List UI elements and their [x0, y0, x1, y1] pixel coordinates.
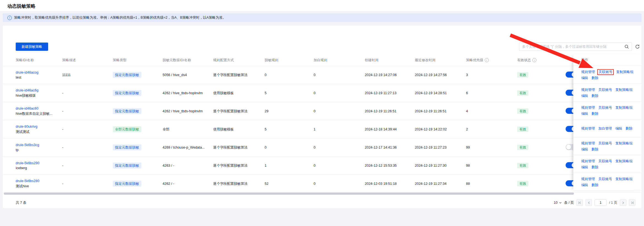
column-header-label: 策略ID/名称: [16, 58, 34, 63]
policy-id-link[interactable]: drule-5k6bs290: [16, 161, 39, 165]
op-rule-manage-link[interactable]: 规则管理: [581, 88, 595, 92]
mask-rule-count: 1: [265, 164, 311, 168]
op-delete-link[interactable]: 删除: [591, 94, 598, 98]
toggle-knob: [566, 144, 571, 149]
create-policy-button[interactable]: 新建脱敏策略: [16, 43, 48, 51]
op-edit-link[interactable]: 编辑: [581, 147, 588, 151]
policy-id-cell: drule-80ukrivg测试测试: [16, 124, 60, 134]
ops-cell: 规则管理关联账号复制策略组编辑删除: [573, 84, 641, 102]
op-link-account-link[interactable]: 关联账号: [597, 69, 614, 75]
op-edit-link[interactable]: 编辑: [581, 165, 588, 169]
op-rule-manage-link[interactable]: 规则管理: [581, 159, 595, 163]
op-copy-policy-group-link[interactable]: 复制策略组: [616, 70, 634, 74]
info-icon: i: [7, 16, 12, 20]
op-delete-link[interactable]: 删除: [591, 147, 598, 151]
policy-id-cell: drule-id46ac6ghive脱敏模版: [16, 88, 60, 98]
page-size-select[interactable]: 10: [554, 201, 562, 205]
policy-id-link[interactable]: drule-id46ac6g: [16, 88, 39, 92]
op-copy-policy-group-link[interactable]: 复制策略组: [615, 88, 633, 92]
next-page-icon: [622, 201, 624, 204]
status-badge: 有效: [517, 90, 528, 96]
rule-config-mode: 逐个字段配置脱敏算法: [213, 163, 263, 168]
current-page-input[interactable]: [594, 199, 607, 206]
op-link-account-link[interactable]: 关联账号: [598, 177, 612, 181]
op-edit-link[interactable]: 编辑: [581, 183, 588, 187]
op-copy-policy-group-link[interactable]: 复制策略组: [615, 141, 633, 145]
column-header: 策略描述: [62, 58, 109, 63]
status-badge: 有效: [517, 72, 528, 78]
column-header-label: 加白规则: [314, 58, 327, 63]
horizontal-scrollbar[interactable]: [4, 192, 574, 195]
op-delete-link[interactable]: 删除: [591, 183, 598, 187]
column-header: 加白规则: [314, 58, 362, 63]
op-link-account-link[interactable]: 关联账号: [598, 159, 612, 163]
policy-id-cell: drule-5k6bs290iceberg: [16, 161, 60, 170]
op-edit-link[interactable]: 编辑: [581, 94, 588, 98]
column-header-label: 策略优先级: [466, 58, 483, 63]
next-page-button[interactable]: [620, 199, 626, 206]
ops-body: 规则管理关联账号复制策略组编辑删除规则管理关联账号复制策略组编辑删除规则管理关联…: [573, 66, 641, 191]
policy-name: hive脱敏模版: [16, 93, 60, 98]
op-copy-policy-group-link[interactable]: 复制策略组: [615, 159, 633, 163]
first-page-button[interactable]: [576, 199, 583, 206]
policy-id-link[interactable]: drule-5k6bs3cg: [16, 143, 39, 147]
op-delete-link[interactable]: 删除: [591, 112, 598, 116]
status-cell: 有效: [517, 163, 563, 168]
created-time: 2024-12-12 15:53:35: [365, 164, 413, 168]
policy-type-badge: 指定元数据脱敏: [113, 162, 141, 169]
rule-config-mode: 使用脱敏模板: [213, 91, 263, 95]
op-copy-policy-group-link[interactable]: 复制策略组: [615, 106, 633, 110]
column-header-label: 有效状态: [517, 58, 531, 63]
table-header-row: 策略ID/名称策略描述策略类型脱敏元数据ID/名称规则配置方式脱敏规则加白规则创…: [3, 54, 641, 66]
last-page-button[interactable]: [629, 199, 635, 206]
mask-rule-count: 0: [265, 73, 311, 77]
op-delete-link[interactable]: 删除: [626, 127, 632, 130]
refresh-button[interactable]: [634, 44, 640, 50]
status-cell: 有效: [517, 126, 563, 132]
whitelist-rule-count: 1: [314, 127, 362, 131]
op-rule-manage-link[interactable]: 规则管理: [581, 127, 595, 130]
op-link-account-link[interactable]: 关联账号: [598, 106, 612, 110]
op-delete-link[interactable]: 删除: [591, 76, 598, 80]
op-edit-link[interactable]: 编辑: [615, 127, 622, 130]
policy-id-link[interactable]: drule-id46acog: [16, 71, 39, 74]
column-header: 最近修改时间: [415, 58, 464, 63]
page-title: 动态脱敏策略: [0, 0, 644, 9]
op-edit-link[interactable]: 编辑: [581, 112, 588, 116]
op-whitelist-manage-link[interactable]: 加白管理: [598, 127, 612, 130]
priority-value: 3: [466, 73, 516, 77]
op-rule-manage-link[interactable]: 规则管理: [581, 70, 595, 74]
op-rule-manage-link[interactable]: 规则管理: [581, 177, 595, 181]
op-copy-policy-group-link[interactable]: 复制策略组: [615, 177, 633, 181]
op-link-account-link[interactable]: 关联账号: [598, 141, 612, 145]
priority-value: 2: [466, 127, 516, 131]
op-link-account-link[interactable]: 关联账号: [598, 88, 612, 92]
meta-id-name: 全部: [163, 127, 212, 132]
search-icon[interactable]: [624, 44, 629, 49]
ops-line: 编辑删除: [581, 183, 641, 187]
policy-id-link[interactable]: drule-5k6bs280: [16, 179, 39, 183]
prev-page-button[interactable]: [585, 199, 592, 206]
policy-id-link[interactable]: drule-id46ac60: [16, 106, 39, 110]
status-cell: 有效: [517, 144, 563, 150]
op-rule-manage-link[interactable]: 规则管理: [581, 141, 595, 145]
mask-rule-count: 52: [265, 182, 311, 186]
ops-line: 编辑删除: [581, 76, 641, 80]
table-body: drule-id46acogtest11111指定元数据脱敏5056 / hiv…: [3, 66, 641, 193]
policy-type-cell: 指定元数据脱敏: [113, 162, 161, 169]
chevron-down-icon: [559, 202, 562, 204]
whitelist-rule-count: 0: [314, 182, 362, 186]
status-badge: 有效: [517, 181, 528, 186]
policy-id-cell: drule-5k6bs280测试hive: [16, 179, 60, 188]
status-badge: 有效: [517, 144, 528, 150]
policy-id-link[interactable]: drule-80ukrivg: [16, 124, 37, 128]
whitelist-rule-count: 0: [314, 73, 362, 77]
ops-cell: 规则管理关联账号复制策略组编辑删除: [573, 66, 641, 84]
search-input[interactable]: [519, 45, 624, 49]
info-banner: i 策略冲突时，取策略优先级升序排序，以前位策略为准。举例：A策略的优先级=1，…: [3, 13, 642, 22]
op-rule-manage-link[interactable]: 规则管理: [581, 106, 595, 110]
op-delete-link[interactable]: 删除: [591, 165, 598, 169]
op-edit-link[interactable]: 编辑: [581, 76, 588, 80]
table-row: drule-5k6bs280测试hive-指定元数据脱敏4262 / -逐个字段…: [3, 175, 641, 193]
info-icon: i: [532, 58, 536, 62]
